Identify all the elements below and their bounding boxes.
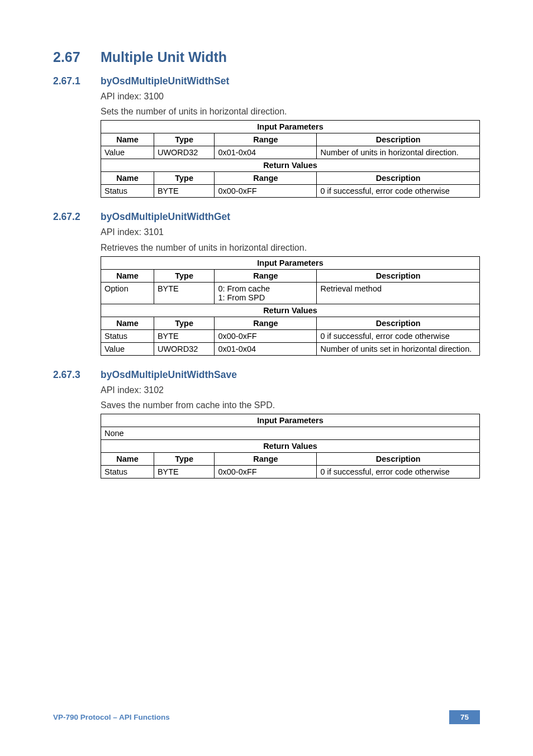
api-description: Retrieves the number of units in horizon… (101, 241, 480, 254)
parameter-table: Input Parameters Name Type Range Descrip… (101, 256, 480, 356)
cell-name: Status (101, 466, 154, 479)
cell-type: BYTE (154, 466, 214, 479)
subsection-title: byOsdMultipleUnitWidthSave (101, 369, 237, 381)
page-footer: VP-790 Protocol – API Functions 75 (53, 710, 480, 724)
cell-name: Value (101, 342, 154, 355)
col-range-header: Range (215, 172, 317, 185)
subsection-3: 2.67.3 byOsdMultipleUnitWidthSave API in… (53, 369, 480, 479)
table-section-header: Return Values (101, 304, 480, 317)
cell-type: BYTE (154, 185, 214, 198)
subsection-title: byOsdMultipleUnitWidthSet (101, 75, 229, 87)
api-index: API index: 3102 (101, 384, 480, 396)
col-range-header: Range (215, 317, 317, 329)
cell-name: Status (101, 329, 154, 342)
table-row: Status BYTE 0x00-0xFF 0 if successful, e… (101, 329, 480, 342)
table-row: Status BYTE 0x00-0xFF 0 if successful, e… (101, 185, 480, 198)
section-number: 2.67 (53, 49, 101, 65)
subsection-2: 2.67.2 byOsdMultipleUnitWidthGet API ind… (53, 211, 480, 355)
cell-desc: Number of units in horizontal direction. (317, 146, 480, 159)
cell-type: UWORD32 (154, 342, 214, 355)
col-desc-header: Description (317, 172, 480, 185)
subsection-heading: 2.67.3 byOsdMultipleUnitWidthSave (53, 369, 480, 381)
api-index: API index: 3101 (101, 226, 480, 238)
cell-range: 0: From cache 1: From SPD (215, 282, 317, 304)
table-row: Value UWORD32 0x01-0x04 Number of units … (101, 342, 480, 355)
cell-range: 0x00-0xFF (215, 185, 317, 198)
page-number: 75 (449, 710, 480, 724)
col-desc-header: Description (317, 133, 480, 146)
cell-type: BYTE (154, 329, 214, 342)
cell-name: Value (101, 146, 154, 159)
col-desc-header: Description (317, 269, 480, 282)
table-section-header: Input Parameters (101, 121, 480, 133)
api-description: Sets the number of units in horizontal d… (101, 105, 480, 118)
cell-name: Status (101, 185, 154, 198)
col-name-header: Name (101, 269, 154, 282)
cell-range: 0x00-0xFF (215, 329, 317, 342)
cell-desc: 0 if successful, error code otherwise (317, 329, 480, 342)
table-row: Option BYTE 0: From cache 1: From SPD Re… (101, 282, 480, 304)
col-desc-header: Description (317, 453, 480, 466)
table-section-header: Input Parameters (101, 256, 480, 269)
cell-range: 0x01-0x04 (215, 146, 317, 159)
section-title: Multiple Unit Width (101, 49, 227, 65)
parameter-table: Input Parameters Name Type Range Descrip… (101, 120, 480, 198)
cell-range: 0x01-0x04 (215, 342, 317, 355)
subsection-number: 2.67.3 (53, 369, 101, 381)
parameter-table: Input Parameters None Return Values Name… (101, 414, 480, 479)
cell-range: 0x00-0xFF (215, 466, 317, 479)
subsection-title: byOsdMultipleUnitWidthGet (101, 211, 230, 223)
col-range-header: Range (215, 453, 317, 466)
subsection-number: 2.67.1 (53, 75, 101, 87)
table-section-header: Input Parameters (101, 414, 480, 427)
col-name-header: Name (101, 453, 154, 466)
cell-type: BYTE (154, 282, 214, 304)
col-type-header: Type (154, 269, 214, 282)
col-type-header: Type (154, 172, 214, 185)
col-name-header: Name (101, 133, 154, 146)
col-range-header: Range (215, 269, 317, 282)
col-desc-header: Description (317, 317, 480, 329)
section-heading: 2.67 Multiple Unit Width (53, 49, 480, 65)
cell-desc: Number of units set in horizontal direct… (317, 342, 480, 355)
subsection-heading: 2.67.1 byOsdMultipleUnitWidthSet (53, 75, 480, 87)
cell-desc: 0 if successful, error code otherwise (317, 466, 480, 479)
col-name-header: Name (101, 317, 154, 329)
subsection-heading: 2.67.2 byOsdMultipleUnitWidthGet (53, 211, 480, 223)
cell-desc: 0 if successful, error code otherwise (317, 185, 480, 198)
col-type-header: Type (154, 133, 214, 146)
cell-name: Option (101, 282, 154, 304)
col-name-header: Name (101, 172, 154, 185)
footer-text: VP-790 Protocol – API Functions (53, 713, 170, 721)
api-index: API index: 3100 (101, 90, 480, 103)
cell-type: UWORD32 (154, 146, 214, 159)
table-row: Value UWORD32 0x01-0x04 Number of units … (101, 146, 480, 159)
subsection-number: 2.67.2 (53, 211, 101, 223)
cell-none: None (101, 427, 480, 440)
col-type-header: Type (154, 317, 214, 329)
col-range-header: Range (215, 133, 317, 146)
api-description: Saves the number from cache into the SPD… (101, 399, 480, 412)
cell-desc: Retrieval method (317, 282, 480, 304)
subsection-1: 2.67.1 byOsdMultipleUnitWidthSet API ind… (53, 75, 480, 198)
table-section-header: Return Values (101, 159, 480, 172)
table-row: None (101, 427, 480, 440)
table-section-header: Return Values (101, 440, 480, 453)
col-type-header: Type (154, 453, 214, 466)
table-row: Status BYTE 0x00-0xFF 0 if successful, e… (101, 466, 480, 479)
